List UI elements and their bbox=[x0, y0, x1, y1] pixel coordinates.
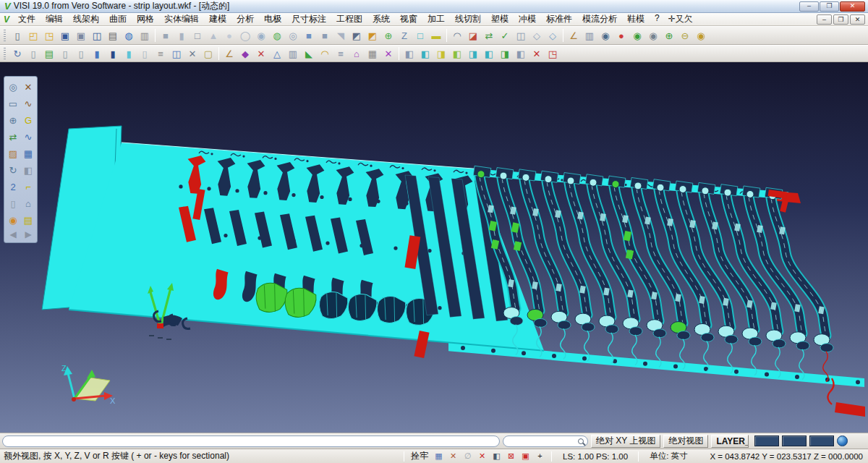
mdi-system-icon[interactable]: V bbox=[4, 14, 9, 25]
toolbar-icon-cube-dark-top[interactable]: ◩ bbox=[349, 28, 365, 43]
toolbar-icon-layer-light[interactable]: ▯ bbox=[137, 46, 153, 61]
toolbar-icon-new-file[interactable]: ▯ bbox=[9, 28, 25, 43]
toolbar-icon-gem-purple[interactable]: ◆ bbox=[237, 46, 253, 61]
toolbar-icon-sync-refresh[interactable]: ↻ bbox=[9, 46, 25, 61]
palette-forward-arrow[interactable]: ▶ bbox=[21, 229, 36, 241]
toolbar-icon-solid-cube[interactable]: ■ bbox=[158, 28, 174, 43]
toolbar-icon-sheet-fold[interactable]: ◥ bbox=[333, 28, 349, 43]
toolbar-icon-tools-config[interactable]: ✕ bbox=[184, 46, 200, 61]
palette-spline-pencil-icon[interactable]: ∿ bbox=[21, 95, 36, 112]
palette-grid-plane-icon[interactable]: ▦ bbox=[21, 145, 36, 162]
color-swatch-0[interactable] bbox=[754, 436, 779, 446]
close-button[interactable]: ✕ bbox=[840, 1, 865, 12]
toolbar-icon-validate-check[interactable]: ✓ bbox=[497, 28, 513, 43]
menu-item-19[interactable]: 鞋模 bbox=[622, 12, 650, 26]
mdi-restore-button[interactable]: ❐ bbox=[833, 14, 848, 25]
status-icon-snap-off[interactable]: ∅ bbox=[463, 451, 472, 461]
menu-item-18[interactable]: 模流分析 bbox=[577, 12, 622, 26]
toolbar-icon-cavity-1[interactable]: ◧ bbox=[401, 46, 417, 61]
toolbar-icon-cube-steel[interactable]: ■ bbox=[317, 28, 333, 43]
toolbar-icon-solid-torus[interactable]: ◯ bbox=[237, 28, 253, 43]
toolbar-icon-open-part[interactable]: ◳ bbox=[41, 28, 57, 43]
lock-label[interactable]: 拴牢 bbox=[411, 450, 428, 462]
menu-item-0[interactable]: 文件 bbox=[13, 12, 41, 26]
mdi-close-button[interactable]: ✕ bbox=[850, 14, 865, 25]
status-icon-plus[interactable]: + bbox=[535, 451, 545, 461]
toolbar-icon-wire-cube[interactable]: □ bbox=[190, 28, 205, 43]
toolbar-icon-save-copy[interactable]: ◫ bbox=[89, 28, 105, 43]
toolbar-icon-flatten-solid[interactable]: ▬ bbox=[428, 28, 444, 43]
toolbar-icon-eye-layer[interactable]: ◉ bbox=[693, 28, 709, 43]
toolbar-icon-save-as[interactable]: ▣ bbox=[73, 28, 89, 43]
maximize-button[interactable]: ❐ bbox=[820, 1, 839, 12]
color-swatch-2[interactable] bbox=[809, 436, 834, 446]
toolbar-icon-eye-add[interactable]: ⊕ bbox=[661, 28, 677, 43]
toolbar-icon-delete-stack[interactable]: ✕ bbox=[253, 46, 269, 61]
toolbar-grip[interactable] bbox=[4, 48, 6, 59]
toolbar-icon-boolean-union[interactable]: ◇ bbox=[529, 28, 545, 43]
palette-polyline-tool-icon[interactable]: ⌐ bbox=[21, 179, 36, 195]
toolbar-icon-cavity-3[interactable]: ◨ bbox=[433, 46, 449, 61]
toolbar-icon-eye-refresh[interactable]: ◉ bbox=[629, 28, 645, 43]
status-icon-solid-box[interactable]: ◧ bbox=[492, 451, 501, 461]
toolbar-icon-eye-edit[interactable]: ◉ bbox=[645, 28, 661, 43]
view-absolute-button[interactable]: 绝对视图 bbox=[663, 435, 708, 448]
toolbar-icon-solid-cone[interactable]: ▲ bbox=[205, 28, 221, 43]
units-readout[interactable]: 单位: 英寸 bbox=[650, 451, 687, 462]
status-icon-box-frame[interactable]: ▣ bbox=[521, 451, 530, 461]
menu-item-8[interactable]: 电极 bbox=[259, 12, 286, 26]
toolbar-icon-wedge-green[interactable]: ◣ bbox=[301, 46, 317, 61]
toolbar-icon-cavity-7[interactable]: ◨ bbox=[497, 46, 513, 61]
toolbar-grip[interactable] bbox=[4, 30, 6, 41]
menu-item-15[interactable]: 塑模 bbox=[486, 12, 514, 26]
toolbar-icon-replace-solid[interactable]: ⇄ bbox=[481, 28, 497, 43]
toolbar-icon-sweep-z[interactable]: Z bbox=[396, 28, 412, 43]
palette-view-rotate-gear-icon[interactable]: ◎ bbox=[6, 79, 21, 95]
menu-item-4[interactable]: 网格 bbox=[132, 12, 159, 26]
toolbar-icon-report-sheet[interactable]: ▥ bbox=[137, 28, 153, 43]
palette-zoom-options-icon[interactable]: ⊕ bbox=[6, 112, 21, 129]
status-icon-snap-grid[interactable]: ▦ bbox=[434, 451, 443, 461]
status-icon-no-sketch[interactable]: ✕ bbox=[448, 451, 458, 461]
toolbar-icon-wire-cyan[interactable]: □ bbox=[412, 28, 428, 43]
viewport-canvas[interactable]: ZX bbox=[0, 62, 868, 433]
palette-sketch-delete-icon[interactable]: ✕ bbox=[21, 79, 36, 95]
toolbar-icon-layer-blue[interactable]: ▮ bbox=[89, 46, 105, 61]
toolbar-icon-draft-ruler[interactable]: ∠ bbox=[221, 46, 237, 61]
toolbar-icon-sketch-tools[interactable]: ∠ bbox=[566, 28, 582, 43]
layer-selector-button[interactable]: LAYER_0( bbox=[711, 435, 749, 448]
toolbar-icon-layer-b[interactable]: ▯ bbox=[57, 46, 73, 61]
toolbar-icon-copy-solids[interactable]: ◫ bbox=[513, 28, 529, 43]
toolbar-icon-eye-tools[interactable]: ◉ bbox=[597, 28, 613, 43]
status-icon-delete-x[interactable]: ✕ bbox=[477, 451, 487, 461]
palette-curve-transform-icon[interactable]: ⇄ bbox=[6, 129, 21, 145]
toolbar-icon-pallet-stack[interactable]: ▦ bbox=[365, 46, 380, 61]
palette-back-arrow[interactable]: ◀ bbox=[6, 229, 21, 241]
toolbar-icon-layer-cyan[interactable]: ▮ bbox=[121, 46, 137, 61]
toolbar-icon-traffic-light[interactable]: ● bbox=[613, 28, 629, 43]
toolbar-icon-layer-green[interactable]: ▤ bbox=[41, 46, 57, 61]
menu-item-20[interactable]: ? bbox=[650, 12, 665, 26]
toolbar-icon-cavity-8[interactable]: ◧ bbox=[513, 46, 529, 61]
mdi-minimize-button[interactable]: – bbox=[817, 14, 832, 25]
toolbar-icon-cube-ball-green[interactable]: ◍ bbox=[269, 28, 285, 43]
toolbar-icon-cavity-6[interactable]: ◧ bbox=[481, 46, 497, 61]
palette-trash-bin-icon[interactable]: ▯ bbox=[6, 195, 21, 212]
toolbar-icon-layer-blank[interactable]: ▯ bbox=[25, 46, 41, 61]
palette-profile-g-icon[interactable]: G bbox=[21, 112, 36, 129]
toolbar-icon-monitor-sheet[interactable]: ▥ bbox=[285, 46, 301, 61]
toolbar-icon-view-monitor[interactable]: ▥ bbox=[582, 28, 597, 43]
view-xy-top-button[interactable]: 绝对 XY 上视图 bbox=[591, 435, 660, 448]
toolbar-icon-mold-house[interactable]: ⌂ bbox=[349, 46, 365, 61]
minimize-button[interactable]: – bbox=[799, 1, 819, 12]
palette-orbit-view-icon[interactable]: ↻ bbox=[6, 162, 21, 179]
toolbar-icon-cube-ball[interactable]: ◎ bbox=[285, 28, 301, 43]
toolbar-icon-layer-c[interactable]: ▯ bbox=[73, 46, 89, 61]
toolbar-icon-cube-gold-top[interactable]: ◩ bbox=[365, 28, 380, 43]
toolbar-icon-eye-remove[interactable]: ⊖ bbox=[677, 28, 693, 43]
toolbar-icon-solid-sphere[interactable]: ● bbox=[221, 28, 237, 43]
menu-item-16[interactable]: 冲模 bbox=[514, 12, 541, 26]
toolbar-icon-find-globe[interactable]: ◍ bbox=[121, 28, 137, 43]
status-icon-box-delete[interactable]: ⊠ bbox=[506, 451, 516, 461]
toolbar-icon-cube-blue[interactable]: ■ bbox=[301, 28, 317, 43]
